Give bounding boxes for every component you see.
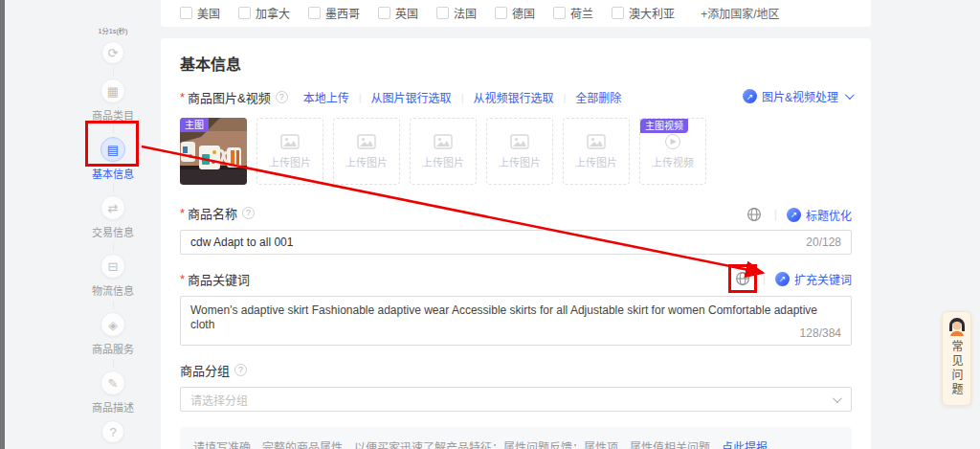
upload-image-tile[interactable]: 上传图片 xyxy=(410,118,477,185)
checkbox[interactable] xyxy=(378,7,390,19)
country-checkbox-mx[interactable]: 墨西哥 xyxy=(308,5,360,21)
sidebar-item-logistics-info[interactable]: ⊟ 物流信息 xyxy=(77,254,149,298)
name-help-icon[interactable]: ? xyxy=(242,207,255,219)
country-row: 美国 加拿大 墨西哥 英国 法国 德国 荷兰 澳大利亚 +添加国家/地区 xyxy=(180,5,779,21)
upload-image-tile[interactable]: 上传图片 xyxy=(256,118,323,185)
image-placeholder-icon xyxy=(510,134,529,149)
page-title: 基本信息 xyxy=(180,52,852,75)
image-placeholder-icon xyxy=(280,134,300,149)
sidebar-item-label[interactable]: 商品描述 xyxy=(77,399,149,415)
country-checkbox-au[interactable]: 澳大利亚 xyxy=(612,5,675,21)
delete-all-link[interactable]: 全部删除 xyxy=(575,89,621,105)
step-connector xyxy=(113,67,114,76)
group-select[interactable]: 请选择分组 xyxy=(180,387,852,412)
attribute-notice-bar: 请填写准确、完整的商品属性，以便买家迅速了解产品特征；属性问题反馈：属性项、属性… xyxy=(180,427,852,449)
pencil-glyph: ✎ xyxy=(108,376,119,391)
service-icon[interactable]: ◈ xyxy=(100,312,125,337)
truck-glyph: ⊟ xyxy=(108,259,119,274)
main-video-badge: 主图视频 xyxy=(640,119,688,133)
upload-image-tile[interactable]: 上传图片 xyxy=(486,118,553,185)
keywords-field-row: * 商品关键词 | ↗ 扩充关键词 xyxy=(180,270,852,288)
country-checkbox-de[interactable]: 德国 xyxy=(495,5,535,21)
media-process-button[interactable]: ↗ 图片&视频处理 xyxy=(743,88,852,104)
upload-image-tile[interactable]: 上传图片 xyxy=(563,118,630,185)
country-checkbox-ca[interactable]: 加拿大 xyxy=(238,5,290,21)
checkbox[interactable] xyxy=(238,7,251,19)
sidebar-item-label[interactable]: 基本信息 xyxy=(77,166,149,181)
country-label: 德国 xyxy=(512,5,535,21)
expand-keywords-button[interactable]: ↗ 扩充关键词 xyxy=(775,271,852,287)
required-asterisk: * xyxy=(180,90,185,104)
checkbox[interactable] xyxy=(553,7,566,19)
ai-icon: ↗ xyxy=(787,208,801,222)
keywords-textarea[interactable]: Women's adaptive skirt Fashionable adapt… xyxy=(180,296,852,346)
keywords-translate-globe-icon[interactable] xyxy=(732,268,753,289)
group-help-icon[interactable]: ? xyxy=(234,364,247,376)
grid-icon: ▦ xyxy=(107,84,119,99)
faq-label: 常见问题 xyxy=(948,340,965,397)
keywords-label: 商品关键词 xyxy=(188,270,250,288)
upload-video-label: 上传视频 xyxy=(652,154,694,169)
divider: | xyxy=(774,208,777,221)
category-icon[interactable]: ▦ xyxy=(100,79,125,103)
upload-video-tile[interactable]: 主图视频 ▶ 上传视频 xyxy=(639,118,706,185)
clipboard-glyph: ▤ xyxy=(107,143,119,157)
title-optimize-label: 标题优化 xyxy=(806,207,852,223)
sidebar-item-label[interactable]: 物流信息 xyxy=(77,282,149,298)
sidebar-caption: 1分1s(秒) xyxy=(80,26,145,35)
country-label: 墨西哥 xyxy=(325,5,360,21)
title-optimize-button[interactable]: ↗ 标题优化 xyxy=(787,207,852,223)
checkbox[interactable] xyxy=(180,7,192,19)
country-label: 荷兰 xyxy=(570,5,593,21)
sidebar-item-basic-info[interactable]: ▤ 基本信息 xyxy=(77,137,149,181)
checkbox[interactable] xyxy=(308,7,321,19)
help-button[interactable]: ? xyxy=(101,420,124,443)
country-checkbox-uk[interactable]: 英国 xyxy=(378,5,418,21)
refresh-button[interactable]: ⟳ xyxy=(101,41,124,64)
sidebar-item-product-service[interactable]: ◈ 商品服务 xyxy=(77,312,149,356)
ai-icon: ↗ xyxy=(743,89,757,103)
checkbox[interactable] xyxy=(612,7,624,19)
country-label: 法国 xyxy=(454,5,477,21)
step-connector xyxy=(113,301,114,309)
media-help-icon[interactable]: ? xyxy=(276,91,288,103)
video-bank-link[interactable]: 从视频银行选取 xyxy=(473,89,553,105)
truck-icon[interactable]: ⊟ xyxy=(100,254,125,279)
product-name-input[interactable]: cdw Adapt to all 001 20/128 xyxy=(180,230,852,255)
divider: | xyxy=(564,92,567,103)
name-field-row: * 商品名称 ? | ↗ 标题优化 xyxy=(180,204,852,222)
checkbox[interactable] xyxy=(495,7,507,19)
sidebar-item-category[interactable]: ▦ 商品类目 xyxy=(77,79,149,123)
image-bank-link[interactable]: 从图片银行选取 xyxy=(371,89,452,105)
sidebar-item-label[interactable]: 商品服务 xyxy=(77,341,149,356)
report-issue-link[interactable]: 点此提报 xyxy=(722,441,768,449)
service-glyph: ◈ xyxy=(108,318,118,332)
translate-globe-icon[interactable] xyxy=(744,204,765,225)
sidebar-item-label[interactable]: 商品类目 xyxy=(77,107,149,123)
divider: | xyxy=(763,272,766,285)
group-field-row: 商品分组 ? xyxy=(180,361,852,379)
country-checkbox-fr[interactable]: 法国 xyxy=(436,5,477,21)
window-edge xyxy=(0,0,5,449)
faq-widget[interactable]: 常见问题 xyxy=(942,311,971,406)
add-country-link[interactable]: +添加国家/地区 xyxy=(701,5,779,21)
chevron-down-icon xyxy=(845,90,855,100)
main-image-thumbnail[interactable]: 主图 xyxy=(180,118,247,185)
checkbox[interactable] xyxy=(436,7,449,19)
country-checkbox-nl[interactable]: 荷兰 xyxy=(553,5,593,21)
description-icon[interactable]: ✎ xyxy=(100,370,125,395)
sidebar-item-label[interactable]: 交易信息 xyxy=(77,224,149,239)
local-upload-link[interactable]: 本地上传 xyxy=(303,89,349,105)
country-checkbox-us[interactable]: 美国 xyxy=(180,5,220,21)
coins-icon: ⇄ xyxy=(108,201,119,215)
sidebar-item-product-description[interactable]: ✎ 商品描述 xyxy=(77,370,149,415)
media-label: 商品图片&视频 xyxy=(188,88,271,106)
sidebar-item-trade-info[interactable]: ⇄ 交易信息 xyxy=(77,195,149,239)
divider: | xyxy=(359,92,362,103)
expand-keywords-label: 扩充关键词 xyxy=(794,271,852,287)
trade-icon[interactable]: ⇄ xyxy=(100,195,125,220)
image-placeholder-icon xyxy=(587,134,606,149)
upload-image-tile[interactable]: 上传图片 xyxy=(333,118,400,185)
clipboard-icon[interactable]: ▤ xyxy=(100,137,125,162)
step-connector xyxy=(113,359,114,368)
